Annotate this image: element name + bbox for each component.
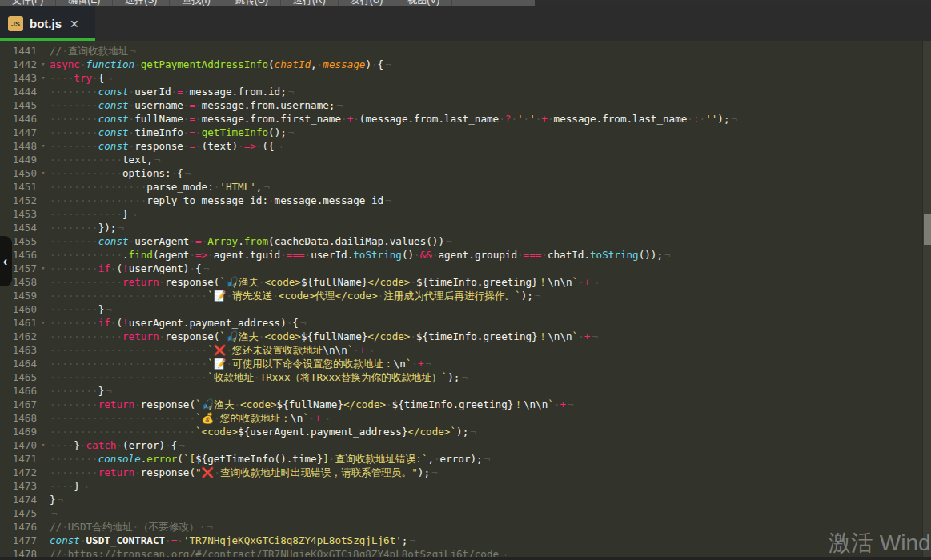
- code-text: ··························`❌·您还未设置收款地址\n…: [50, 343, 373, 357]
- whitespace-dots: ·: [254, 371, 260, 383]
- code-line: 1465··························`收款地址·TRxx…: [0, 370, 931, 384]
- whitespace-dots: ·: [80, 534, 86, 546]
- code-line: 1463··························`❌·您还未设置收款…: [0, 343, 931, 357]
- whitespace-dots: ·: [195, 113, 202, 125]
- line-number: 1469: [0, 425, 37, 438]
- code-line: 1441//·查询收款地址¬: [0, 44, 931, 58]
- code-token: (: [116, 317, 122, 329]
- code-token: ${fullName}: [301, 276, 367, 288]
- code-token: response(: [141, 398, 195, 410]
- code-line: 1458············return·response(`🎣渔夫·<co…: [0, 275, 931, 289]
- menu-item-2[interactable]: 选择(S): [113, 0, 170, 6]
- code-token: userAgent.payment_address): [129, 317, 287, 329]
- fold-arrow-icon[interactable]: ▾: [37, 71, 50, 85]
- code-token: }: [122, 208, 129, 220]
- code-text: ········const·timeInfo·=·getTimeInfo();¬: [50, 126, 294, 139]
- whitespace-dots: ········: [50, 385, 98, 397]
- line-number: 1465: [0, 370, 37, 384]
- fold-arrow-icon: [37, 398, 50, 411]
- fold-arrow-icon[interactable]: ▾: [37, 139, 50, 153]
- code-token: (): [402, 249, 414, 261]
- vertical-scrollbar[interactable]: [922, 41, 931, 557]
- code-token: <code>代理</code>: [279, 290, 378, 302]
- code-token: from: [244, 235, 268, 247]
- close-icon[interactable]: ✕: [70, 18, 79, 30]
- code-text: ········const·userAgent·=·Array.from(cac…: [50, 234, 452, 248]
- whitespace-dots: ·: [62, 45, 68, 57]
- code-token: agent.tguid: [214, 249, 280, 261]
- code-token: `💰: [195, 412, 214, 424]
- code-token: (error): [122, 439, 165, 451]
- whitespace-dots: ····: [50, 439, 74, 451]
- code-token: ${getTimeInfo().time}: [195, 453, 323, 465]
- menu-item-0[interactable]: 文件(F): [0, 0, 56, 6]
- fold-arrow-icon[interactable]: ▾: [37, 166, 50, 180]
- line-ending-icon: ¬: [483, 453, 491, 465]
- code-text: ········const·fullName·=·message.from.fi…: [50, 112, 737, 126]
- code-token: `📝: [207, 290, 226, 302]
- code-token: `🎣渔夫: [219, 276, 259, 288]
- whitespace-dots: ·: [134, 466, 141, 478]
- line-ending-icon: ¬: [275, 140, 283, 152]
- code-token: message.from.id;: [189, 86, 286, 98]
- code-token: const: [50, 534, 80, 546]
- fold-arrow-icon[interactable]: ▾: [37, 438, 50, 452]
- fold-arrow-icon: [37, 343, 50, 357]
- code-token: ]: [323, 453, 329, 465]
- fold-arrow-icon[interactable]: ▾: [37, 58, 50, 71]
- code-editor[interactable]: 1441//·查询收款地址¬1442▾async·function·getPay…: [0, 41, 931, 557]
- code-token: );: [456, 426, 468, 438]
- fold-arrow-icon: [37, 275, 50, 289]
- line-ending-icon: ¬: [153, 154, 161, 166]
- whitespace-dots: ·: [226, 344, 232, 356]
- tab-botjs[interactable]: JS bot.js ✕: [0, 6, 95, 41]
- code-text: //·USDT合约地址·（不要修改）·¬: [50, 520, 213, 534]
- whitespace-dots: ········: [50, 317, 98, 329]
- menu-item-4[interactable]: 跳转(G): [223, 0, 281, 6]
- code-token: </code>: [367, 330, 410, 342]
- code-line: 1442▾async·function·getPaymentAddressInf…: [0, 58, 931, 71]
- code-token: ': [517, 113, 524, 125]
- code-text: ························`<code>${userAge…: [50, 425, 476, 438]
- whitespace-dots: ········: [50, 113, 98, 125]
- code-token: \n\n: [548, 330, 572, 342]
- menu-item-1[interactable]: 编辑(E): [56, 0, 113, 6]
- code-text: ············options:·{¬: [50, 166, 191, 180]
- code-token: userAgent): [129, 262, 190, 274]
- fold-arrow-icon[interactable]: ▾: [37, 262, 50, 275]
- activate-windows-watermark: 激活 Windows: [829, 528, 931, 558]
- code-line: 1443▾····try·{¬: [0, 71, 931, 85]
- line-ending-icon: ¬: [321, 412, 329, 424]
- code-token: return: [98, 466, 135, 478]
- fold-arrow-icon[interactable]: ▾: [37, 316, 50, 330]
- menu-item-5[interactable]: 运行(R): [281, 0, 339, 6]
- code-token: 'HTML': [219, 181, 256, 193]
- code-text: ··························`📝·请先发送·<code>…: [50, 289, 540, 302]
- fold-arrow-icon: [37, 153, 50, 166]
- menu-item-3[interactable]: 查找(I): [170, 0, 223, 6]
- menu-item-7[interactable]: 视图(V): [395, 0, 452, 6]
- whitespace-dots: ············: [50, 167, 122, 179]
- whitespace-dots: ············: [50, 208, 122, 220]
- code-token: );: [418, 466, 430, 478]
- code-text: ····try·{¬: [50, 71, 112, 85]
- scrollbar-thumb[interactable]: [924, 214, 931, 245]
- line-number: 1446: [0, 112, 37, 126]
- code-token: text,: [122, 154, 153, 166]
- whitespace-dots: ········: [50, 99, 98, 111]
- code-token: </code>: [367, 276, 410, 288]
- whitespace-dots: ·: [353, 113, 359, 125]
- whitespace-dots: ·: [511, 113, 517, 125]
- whitespace-dots: ·: [165, 534, 171, 546]
- code-token: +: [359, 344, 366, 356]
- line-ending-icon: ¬: [129, 208, 137, 220]
- code-token: response(: [141, 466, 195, 478]
- code-token: });: [98, 222, 117, 234]
- whitespace-dots: ·: [80, 439, 86, 451]
- code-token: response: [134, 140, 183, 152]
- back-overlay-button[interactable]: ‹: [0, 236, 12, 286]
- whitespace-dots: ·: [226, 290, 232, 302]
- code-token: ===: [524, 249, 542, 261]
- menu-item-6[interactable]: 发行(U): [339, 0, 396, 6]
- code-token: "❌: [195, 466, 214, 478]
